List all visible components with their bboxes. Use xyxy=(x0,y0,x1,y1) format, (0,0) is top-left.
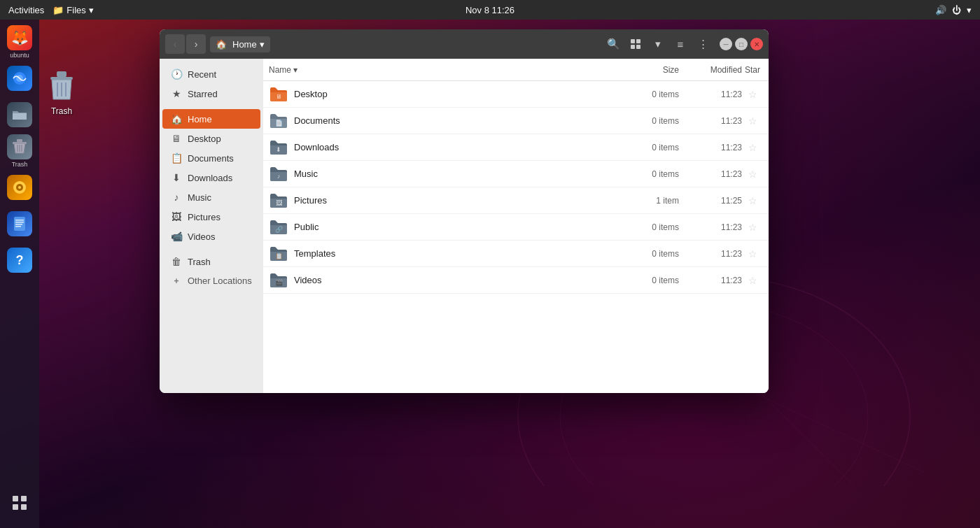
file-size: 0 items xyxy=(623,249,679,259)
file-modified: 11:25 xyxy=(679,196,742,206)
sidebar-item-starred[interactable]: ★ Starred xyxy=(162,84,260,104)
files-menu[interactable]: 📁 Files ▾ xyxy=(52,5,93,15)
nav-back-button[interactable]: ‹ xyxy=(165,34,185,54)
view-grid-button[interactable] xyxy=(626,34,645,54)
more-options-button[interactable]: ⋮ xyxy=(693,34,713,54)
volume-icon[interactable]: 🔊 xyxy=(935,5,946,15)
table-row[interactable]: ⬇ Downloads 0 items 11:23 ☆ xyxy=(263,134,769,161)
table-row[interactable]: 🔗 Public 0 items 11:23 ☆ xyxy=(263,214,769,241)
dock-item-trash[interactable]: Trash xyxy=(3,134,36,168)
sidebar-item-music[interactable]: ♪ Music xyxy=(162,187,260,207)
power-icon[interactable]: ⏻ xyxy=(952,5,961,15)
svg-rect-17 xyxy=(15,224,22,225)
sidebar-gap-2 xyxy=(160,246,263,252)
dock-item-grid[interactable] xyxy=(3,486,36,520)
file-star-button[interactable]: ☆ xyxy=(742,248,763,259)
file-star-button[interactable]: ☆ xyxy=(742,195,763,206)
view-list-button[interactable]: ≡ xyxy=(671,34,690,54)
sidebar-trash-label: Trash xyxy=(188,257,211,267)
window-maximize-button[interactable]: □ xyxy=(735,38,748,50)
settings-arrow-icon[interactable]: ▾ xyxy=(967,5,972,15)
files-menu-label: Files xyxy=(66,5,85,15)
col-header-star[interactable]: Star xyxy=(742,65,763,75)
sidebar-item-downloads[interactable]: ⬇ Downloads xyxy=(162,168,260,187)
table-row[interactable]: 🎬 Videos 0 items 11:23 ☆ xyxy=(263,267,769,294)
videos-icon: 📹 xyxy=(171,231,182,242)
col-header-size[interactable]: Size xyxy=(623,65,679,75)
file-star-button[interactable]: ☆ xyxy=(742,222,763,233)
file-icon-desktop: 🖥 xyxy=(269,85,288,104)
file-name: Music xyxy=(294,169,623,179)
file-size: 0 items xyxy=(623,222,679,232)
dock-item-files[interactable] xyxy=(3,98,36,131)
sidebar-item-other-locations[interactable]: + Other Locations xyxy=(162,271,260,290)
file-size: 0 items xyxy=(623,143,679,152)
file-modified: 11:23 xyxy=(679,249,742,259)
file-modified: 11:23 xyxy=(679,116,742,126)
thunderbird-icon xyxy=(7,66,32,91)
file-name: Templates xyxy=(294,248,623,259)
dock-item-writer[interactable] xyxy=(3,207,36,241)
home-icon: 🏠 xyxy=(171,113,182,124)
svg-text:📄: 📄 xyxy=(275,119,284,127)
dock-item-firefox[interactable]: 🦊 ubuntu xyxy=(3,25,36,59)
location-dropdown-icon: ▾ xyxy=(260,39,265,50)
topbar: Activities 📁 Files ▾ Nov 8 11:26 🔊 ⏻ ▾ xyxy=(0,0,980,20)
search-button[interactable]: 🔍 xyxy=(603,34,623,54)
view-dropdown-button[interactable]: ▾ xyxy=(648,34,668,54)
table-row[interactable]: 📄 Documents 0 items 11:23 ☆ xyxy=(263,108,769,134)
svg-rect-20 xyxy=(21,496,27,501)
file-name: Pictures xyxy=(294,195,623,206)
file-star-button[interactable]: ☆ xyxy=(742,115,763,127)
svg-rect-23 xyxy=(50,77,73,80)
nav-forward-button[interactable]: › xyxy=(186,34,206,54)
activities-button[interactable]: Activities xyxy=(8,5,44,15)
table-row[interactable]: 🖼 Pictures 1 item 11:25 ☆ xyxy=(263,187,769,214)
dock-item-help[interactable]: ? xyxy=(3,243,36,277)
svg-point-13 xyxy=(18,186,21,189)
window-close-button[interactable]: ✕ xyxy=(750,38,763,50)
sidebar-item-videos[interactable]: 📹 Videos xyxy=(162,227,260,246)
file-star-button[interactable]: ☆ xyxy=(742,275,763,286)
svg-rect-31 xyxy=(636,45,640,49)
dock-item-rhythmbox[interactable] xyxy=(3,171,36,204)
table-row[interactable]: 🖥 Desktop 0 items 11:23 ☆ xyxy=(263,81,769,108)
file-icon-documents: 📄 xyxy=(269,111,288,131)
sidebar-item-recent[interactable]: 🕐 Recent xyxy=(162,64,260,84)
col-header-name[interactable]: Name ▾ xyxy=(269,65,623,75)
svg-rect-28 xyxy=(631,39,635,43)
svg-rect-6 xyxy=(13,142,27,144)
file-star-button[interactable]: ☆ xyxy=(742,169,763,180)
table-row[interactable]: ♪ Music 0 items 11:23 ☆ xyxy=(263,161,769,187)
downloads-icon: ⬇ xyxy=(171,172,182,183)
dock-item-thunderbird[interactable] xyxy=(3,62,36,95)
sidebar-videos-label: Videos xyxy=(188,231,216,242)
sidebar-item-pictures[interactable]: 🖼 Pictures xyxy=(162,207,260,227)
other-locations-icon: + xyxy=(171,276,182,286)
sidebar-item-trash[interactable]: 🗑 Trash xyxy=(162,252,260,271)
location-bar[interactable]: 🏠 Home ▾ xyxy=(210,36,270,52)
col-header-modified[interactable]: Modified xyxy=(679,65,742,75)
sidebar-recent-label: Recent xyxy=(188,69,216,80)
trash-dock-icon xyxy=(7,134,32,159)
starred-icon: ★ xyxy=(171,88,182,99)
titlebar-nav: ‹ › xyxy=(165,34,206,54)
sidebar-item-documents[interactable]: 📋 Documents xyxy=(162,148,260,168)
window-minimize-button[interactable]: ─ xyxy=(720,38,732,50)
home-location-icon: 🏠 xyxy=(216,39,227,50)
sidebar: 🕐 Recent ★ Starred 🏠 Home 🖥 Desktop 📋 Do… xyxy=(160,59,263,393)
svg-text:🔗: 🔗 xyxy=(275,225,284,234)
music-icon: ♪ xyxy=(171,192,182,203)
file-icon-videos: 🎬 xyxy=(269,271,288,290)
file-star-button[interactable]: ☆ xyxy=(742,142,763,153)
column-headers: Name ▾ Size Modified Star xyxy=(263,59,769,81)
help-icon: ? xyxy=(7,248,32,273)
file-icon-templates: 📋 xyxy=(269,244,288,264)
sidebar-item-desktop[interactable]: 🖥 Desktop xyxy=(162,129,260,148)
desktop-trash[interactable]: Trash xyxy=(45,70,78,116)
svg-rect-30 xyxy=(631,45,635,49)
file-star-button[interactable]: ☆ xyxy=(742,89,763,100)
sidebar-item-home[interactable]: 🏠 Home xyxy=(162,109,260,129)
titlebar-actions: 🔍 ▾ ≡ ⋮ xyxy=(603,34,713,54)
table-row[interactable]: 📋 Templates 0 items 11:23 ☆ xyxy=(263,241,769,267)
